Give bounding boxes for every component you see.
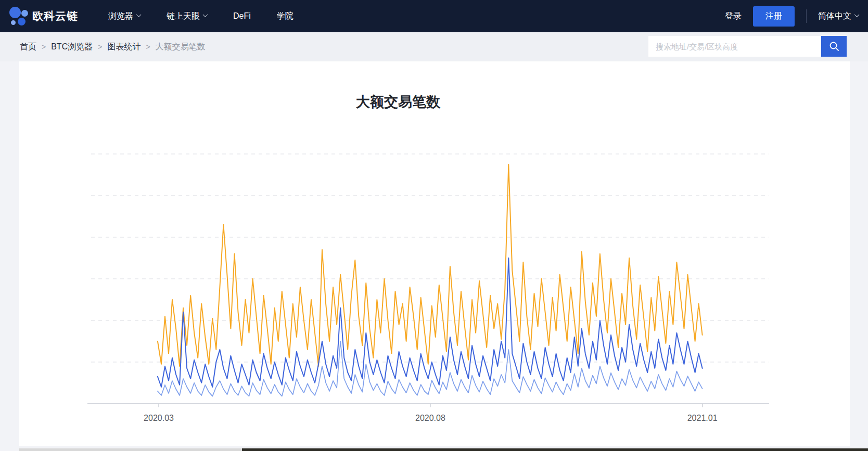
chevron-down-icon: [854, 12, 860, 17]
chevron-down-icon: [136, 12, 142, 17]
breadcrumb-separator: >: [98, 43, 102, 51]
breadcrumb-home[interactable]: 首页: [20, 42, 36, 53]
nav-item-defi[interactable]: DeFi: [233, 11, 251, 21]
register-button[interactable]: 注册: [753, 6, 795, 27]
brand-logo[interactable]: 欧科云链: [9, 7, 78, 25]
language-label: 简体中文: [818, 11, 851, 22]
search-input[interactable]: [648, 36, 821, 57]
breadcrumb-current-page: 大额交易笔数: [156, 42, 206, 53]
nav-item-label: 链上天眼: [167, 11, 200, 22]
svg-text:2021.01: 2021.01: [687, 414, 718, 422]
breadcrumb: 首页 > BTC浏览器 > 图表统计 > 大额交易笔数: [20, 32, 206, 61]
breadcrumb-separator: >: [146, 43, 150, 51]
nav-item-label: 浏览器: [108, 11, 133, 22]
brand-name: 欧科云链: [32, 9, 78, 23]
svg-text:2020.03: 2020.03: [144, 414, 174, 422]
main-nav: 浏览器 链上天眼 DeFi 学院: [108, 11, 293, 22]
breadcrumb-btc-explorer[interactable]: BTC浏览器: [51, 42, 93, 53]
breadcrumb-chart-stats[interactable]: 图表统计: [107, 42, 141, 53]
language-selector[interactable]: 简体中文: [818, 11, 859, 22]
svg-text:2020.08: 2020.08: [415, 414, 445, 422]
nav-item-label: DeFi: [233, 11, 251, 21]
search-icon: [829, 41, 839, 51]
breadcrumb-bar: 首页 > BTC浏览器 > 图表统计 > 大额交易笔数: [0, 32, 868, 61]
oklink-logo-icon: [9, 7, 28, 25]
search-button[interactable]: [821, 36, 847, 57]
chart-canvas[interactable]: 2020.032020.082021.01: [87, 134, 769, 425]
nav-item-label: 学院: [277, 11, 293, 22]
footer-strip-light: [19, 448, 242, 451]
top-navbar: 欧科云链 浏览器 链上天眼 DeFi 学院 登录 注册 简体中文: [0, 0, 868, 32]
nav-item-explorer[interactable]: 浏览器: [108, 11, 141, 22]
footer-strip-dark: [242, 448, 868, 451]
chevron-down-icon: [203, 12, 208, 17]
search-bar: [648, 36, 847, 57]
login-button[interactable]: 登录: [725, 11, 742, 22]
navbar-right-cluster: 登录 注册 简体中文: [725, 0, 859, 32]
breadcrumb-separator: >: [42, 43, 46, 51]
divider: [806, 9, 807, 23]
nav-item-academy[interactable]: 学院: [277, 11, 293, 22]
chart-title: 大额交易笔数: [19, 93, 777, 111]
nav-item-chaineye[interactable]: 链上天眼: [167, 11, 207, 22]
